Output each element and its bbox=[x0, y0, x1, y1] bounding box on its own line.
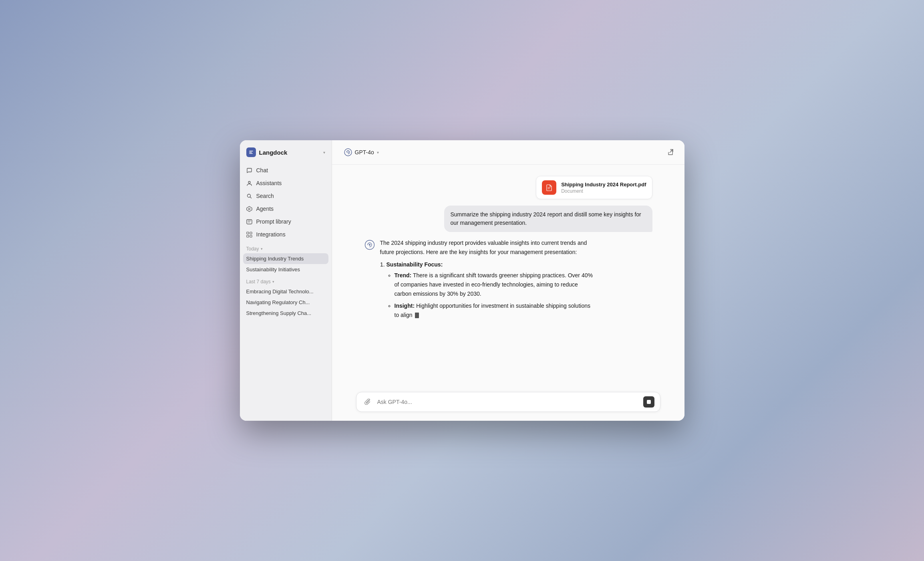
bullet2-label: Insight: bbox=[395, 303, 415, 309]
bullet2: Insight: Highlight opportunities for inv… bbox=[395, 301, 596, 320]
attach-button[interactable] bbox=[362, 396, 373, 408]
file-name: Shipping Industry 2024 Report.pdf bbox=[561, 182, 646, 188]
file-icon bbox=[542, 180, 556, 195]
sidebar-item-integrations[interactable]: Integrations bbox=[243, 228, 328, 240]
sidebar: Langdock ▾ Chat bbox=[240, 140, 332, 421]
today-section-label[interactable]: Today ▾ bbox=[240, 242, 332, 253]
sidebar-item-search[interactable]: Search bbox=[243, 190, 328, 202]
prompt-library-label: Prompt library bbox=[256, 218, 291, 225]
bullet1-label: Trend: bbox=[395, 272, 412, 278]
list-heading: Sustainability Focus: bbox=[387, 261, 443, 268]
svg-point-11 bbox=[347, 152, 348, 153]
file-info: Shipping Industry 2024 Report.pdf Docume… bbox=[561, 182, 646, 194]
langdock-logo bbox=[246, 147, 256, 157]
agents-icon bbox=[246, 206, 253, 212]
history-item-sustainability[interactable]: Sustainability Initiatives bbox=[243, 264, 328, 275]
chat-area: Shipping Industry 2024 Report.pdf Docume… bbox=[332, 165, 684, 386]
svg-rect-7 bbox=[250, 232, 252, 234]
last7-section-label[interactable]: Last 7 days ▾ bbox=[240, 275, 332, 286]
app-window: Langdock ▾ Chat bbox=[240, 140, 684, 421]
svg-point-13 bbox=[369, 244, 370, 246]
assistant-avatar-icon bbox=[364, 239, 375, 250]
assistants-icon bbox=[246, 180, 253, 186]
history-item-supply-chain[interactable]: Strengthening Supply Cha... bbox=[243, 308, 328, 319]
agents-label: Agents bbox=[256, 206, 274, 212]
history-item-shipping-trends[interactable]: Shipping Industry Trends bbox=[243, 253, 328, 264]
prompt-library-icon bbox=[246, 218, 253, 225]
bullet1-text: There is a significant shift towards gre… bbox=[395, 272, 593, 297]
integrations-label: Integrations bbox=[256, 231, 286, 238]
chat-icon bbox=[246, 167, 253, 174]
assistants-label: Assistants bbox=[256, 180, 282, 186]
brand-chevron-icon: ▾ bbox=[323, 150, 325, 155]
sidebar-item-prompt-library[interactable]: Prompt library bbox=[243, 216, 328, 228]
model-name: GPT-4o bbox=[355, 149, 374, 155]
file-attachment: Shipping Industry 2024 Report.pdf Docume… bbox=[536, 176, 652, 199]
input-container bbox=[356, 392, 660, 412]
history-item-regulatory[interactable]: Navigating Regulatory Ch... bbox=[243, 297, 328, 308]
sidebar-nav: Chat Assistants bbox=[240, 163, 332, 242]
assistant-text-content: The 2024 shipping industry report provid… bbox=[380, 238, 596, 322]
model-chevron-icon: ▾ bbox=[377, 150, 379, 155]
main-content: GPT-4o ▾ bbox=[332, 140, 684, 421]
svg-rect-6 bbox=[247, 232, 249, 234]
search-icon bbox=[246, 193, 253, 199]
svg-point-1 bbox=[248, 181, 250, 183]
model-icon bbox=[344, 148, 352, 156]
history-item-digital-tech[interactable]: Embracing Digital Technolo... bbox=[243, 286, 328, 297]
user-message: Summarize the shipping industry 2024 rep… bbox=[444, 206, 652, 232]
svg-marker-3 bbox=[247, 206, 252, 212]
last7-chevron-icon: ▾ bbox=[272, 280, 274, 284]
sidebar-item-agents[interactable]: Agents bbox=[243, 203, 328, 215]
model-selector[interactable]: GPT-4o ▾ bbox=[340, 146, 383, 158]
chat-input[interactable] bbox=[377, 399, 639, 405]
search-label: Search bbox=[256, 193, 274, 199]
input-area bbox=[332, 386, 684, 421]
svg-point-4 bbox=[249, 208, 250, 210]
svg-rect-8 bbox=[247, 235, 249, 237]
topbar-actions bbox=[664, 146, 676, 159]
sidebar-header[interactable]: Langdock ▾ bbox=[240, 140, 332, 163]
bullet1: Trend: There is a significant shift towa… bbox=[395, 271, 596, 299]
sidebar-item-assistants[interactable]: Assistants bbox=[243, 177, 328, 189]
integrations-icon bbox=[246, 231, 253, 238]
file-type: Document bbox=[561, 188, 646, 194]
assistant-message: The 2024 shipping industry report provid… bbox=[364, 238, 596, 322]
brand-name: Langdock bbox=[259, 149, 320, 156]
today-chevron-icon: ▾ bbox=[261, 247, 263, 251]
svg-rect-9 bbox=[250, 235, 252, 237]
bullet2-text: Highlight opportunities for investment i… bbox=[395, 303, 590, 318]
chat-label: Chat bbox=[256, 167, 268, 174]
sidebar-item-chat[interactable]: Chat bbox=[243, 164, 328, 176]
stop-icon bbox=[647, 400, 651, 404]
topbar: GPT-4o ▾ bbox=[332, 140, 684, 165]
assistant-intro: The 2024 shipping industry report provid… bbox=[380, 238, 596, 257]
stop-button[interactable] bbox=[643, 396, 654, 408]
share-button[interactable] bbox=[664, 146, 676, 159]
